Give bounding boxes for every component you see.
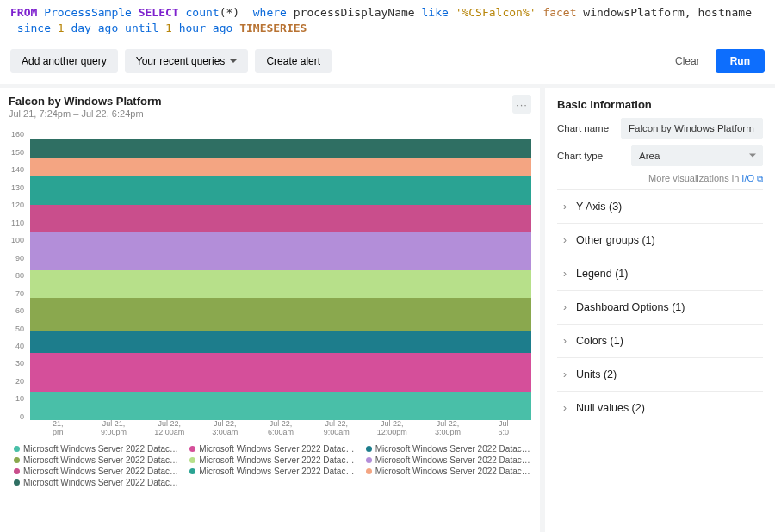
legend-item[interactable]: Microsoft Windows Server 2022 Datacenter… [14, 478, 179, 487]
accordion-item[interactable]: ›Y Axis (3) [557, 189, 763, 223]
chart-band [30, 176, 531, 205]
x-tick: Jul 22,9:00am [308, 420, 364, 439]
x-tick: Jul 22,3:00pm [420, 420, 476, 439]
accordion-item[interactable]: ›Units (2) [557, 357, 763, 391]
accordion-label: Units (2) [576, 368, 617, 380]
chart-band [30, 353, 531, 393]
accordion-item[interactable]: ›Dashboard Options (1) [557, 290, 763, 324]
legend-item[interactable]: Microsoft Windows Server 2022 Datacenter… [189, 444, 355, 454]
legend-label: Microsoft Windows Server 2022 Datacenter… [23, 467, 179, 476]
legend-item[interactable]: Microsoft Windows Server 2022 Datacenter… [14, 467, 179, 476]
legend-item[interactable]: Microsoft Windows Server 2022 Datacenter… [366, 455, 531, 465]
legend-item[interactable]: Microsoft Windows Server 2022 Datacenter… [14, 444, 179, 454]
basic-information-heading: Basic information [557, 98, 763, 111]
legend-dot-icon [14, 468, 20, 474]
legend-label: Microsoft Windows Server 2022 Datacenter… [375, 455, 531, 465]
x-tick: Jul 21,9:00pm [86, 420, 142, 439]
legend-dot-icon [14, 457, 20, 463]
chart-band [30, 232, 531, 270]
legend-item[interactable]: Microsoft Windows Server 2022 Datacenter… [14, 455, 179, 465]
accordion-item[interactable]: ›Colors (1) [557, 324, 763, 357]
y-tick: 20 [16, 377, 24, 386]
y-tick: 70 [16, 289, 24, 298]
chart-band [30, 270, 531, 299]
sidebar: Basic information Chart name Chart type … [540, 88, 775, 532]
x-tick: Jul 22,3:00am [197, 420, 253, 439]
run-button[interactable]: Run [716, 49, 765, 73]
accordion-label: Colors (1) [576, 335, 623, 347]
chart-band [30, 158, 531, 176]
legend-dot-icon [366, 446, 372, 452]
clear-button[interactable]: Clear [666, 50, 709, 72]
legend-label: Microsoft Windows Server 2022 Datacenter… [375, 467, 531, 476]
y-tick: 10 [16, 394, 24, 403]
legend-label: Microsoft Windows Server 2022 Datacenter… [199, 444, 355, 454]
x-tick: Jul 22,6:00am [253, 420, 309, 439]
chevron-right-icon: › [561, 301, 569, 313]
y-tick: 120 [11, 201, 24, 209]
chart-legend: Microsoft Windows Server 2022 Datacenter… [9, 439, 531, 487]
query-editor[interactable]: FROM ProcessSample SELECT count(*) where… [0, 0, 775, 44]
chart-menu-button[interactable]: ··· [512, 95, 531, 114]
legend-item[interactable]: Microsoft Windows Server 2022 Datacenter… [366, 444, 531, 454]
x-tick: 21,pm [30, 420, 86, 439]
more-visualizations-note: More visualizations in I/O⧉ [557, 173, 763, 184]
chevron-right-icon: › [561, 368, 569, 380]
y-tick: 60 [16, 306, 24, 315]
chart-band [30, 331, 531, 353]
chevron-right-icon: › [561, 335, 569, 347]
y-tick: 140 [11, 165, 24, 174]
legend-item[interactable]: Microsoft Windows Server 2022 Datacenter… [189, 467, 355, 476]
legend-item[interactable]: Microsoft Windows Server 2022 Datacenter… [366, 467, 531, 476]
y-tick: 100 [11, 236, 24, 244]
legend-dot-icon [189, 446, 195, 452]
io-link[interactable]: I/O [741, 173, 754, 183]
y-tick: 50 [16, 325, 24, 333]
chart-plot [30, 126, 531, 420]
add-another-query-button[interactable]: Add another query [10, 49, 118, 73]
y-tick: 90 [16, 254, 24, 263]
action-bar: Add another query Your recent queries Cr… [0, 44, 775, 84]
legend-label: Microsoft Windows Server 2022 Datacenter… [23, 444, 179, 454]
accordion: ›Y Axis (3)›Other groups (1)›Legend (1)›… [557, 189, 763, 424]
legend-dot-icon [189, 457, 195, 463]
chart-y-axis: 1601501401301201101009080706050403020100 [9, 122, 26, 429]
y-tick: 160 [11, 130, 24, 139]
accordion-label: Other groups (1) [576, 234, 655, 246]
y-tick: 130 [11, 183, 24, 192]
create-alert-button[interactable]: Create alert [255, 49, 332, 73]
legend-label: Microsoft Windows Server 2022 Datacenter… [23, 455, 179, 465]
chart-name-input[interactable] [621, 118, 763, 139]
legend-dot-icon [366, 457, 372, 463]
y-tick: 110 [11, 219, 24, 227]
chevron-right-icon: › [561, 201, 569, 213]
y-tick: 30 [16, 359, 24, 368]
accordion-item[interactable]: ›Null values (2) [557, 391, 763, 424]
x-tick: Jul6:0 [475, 420, 531, 439]
legend-item[interactable]: Microsoft Windows Server 2022 Datacenter… [189, 455, 355, 465]
accordion-label: Null values (2) [576, 402, 645, 414]
recent-queries-dropdown[interactable]: Your recent queries [125, 49, 249, 73]
chevron-right-icon: › [561, 268, 569, 280]
accordion-item[interactable]: ›Legend (1) [557, 257, 763, 290]
x-tick: Jul 22,12:00pm [364, 420, 420, 439]
accordion-label: Y Axis (3) [576, 201, 622, 213]
legend-label: Microsoft Windows Server 2022 Datacenter… [375, 444, 531, 454]
chevron-right-icon: › [561, 234, 569, 246]
chevron-right-icon: › [561, 402, 569, 414]
chart-x-axis: 21,pmJul 21,9:00pmJul 22,12:00amJul 22,3… [30, 420, 531, 439]
accordion-item[interactable]: ›Other groups (1) [557, 223, 763, 257]
accordion-label: Dashboard Options (1) [576, 301, 685, 313]
chart-type-select[interactable]: Area [631, 145, 763, 166]
chart-area[interactable]: 1601501401301201101009080706050403020100… [9, 122, 531, 439]
accordion-label: Legend (1) [576, 268, 628, 280]
legend-dot-icon [366, 468, 372, 474]
y-tick: 40 [16, 342, 24, 350]
legend-label: Microsoft Windows Server 2022 Datacenter… [199, 455, 355, 465]
chart-pane: Falcon by Windows Platform Jul 21, 7:24p… [0, 88, 540, 532]
legend-dot-icon [14, 446, 20, 452]
legend-dot-icon [189, 468, 195, 474]
y-tick: 150 [11, 148, 24, 157]
chart-band [30, 205, 531, 233]
chart-band [30, 392, 531, 420]
